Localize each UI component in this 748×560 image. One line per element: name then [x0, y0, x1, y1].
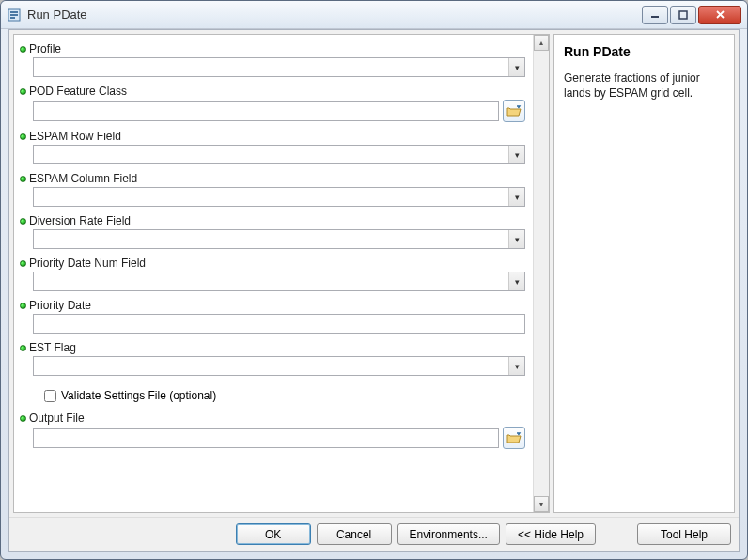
field-priority-date-num: Priority Date Num Field ▾	[20, 255, 525, 295]
folder-open-icon	[506, 431, 522, 444]
required-dot-icon	[20, 88, 26, 95]
dialog-window: Run PDate Profile	[0, 0, 748, 560]
field-est-flag: EST Flag ▾	[20, 339, 525, 380]
chevron-down-icon: ▾	[508, 58, 524, 76]
field-espam-row: ESPAM Row Field ▾	[20, 128, 525, 168]
chevron-down-icon: ▾	[508, 272, 524, 290]
required-dot-icon	[20, 303, 26, 309]
button-bar: OK Cancel Environments... << Hide Help T…	[9, 517, 739, 551]
titlebar[interactable]: Run PDate	[1, 1, 747, 29]
required-dot-icon	[20, 345, 26, 351]
profile-dropdown[interactable]: ▾	[33, 57, 525, 77]
svg-rect-5	[679, 11, 687, 19]
window-title: Run PDate	[27, 8, 640, 22]
parameters-panel: Profile ▾ POD Feature Class	[13, 34, 550, 513]
espam-row-dropdown[interactable]: ▾	[33, 145, 525, 164]
ok-button[interactable]: OK	[236, 523, 311, 545]
maximize-button[interactable]	[670, 6, 696, 24]
parameters-scroll: Profile ▾ POD Feature Class	[14, 35, 533, 512]
window-controls	[640, 6, 741, 24]
svg-rect-3	[10, 17, 15, 19]
label-output-file: Output File	[29, 412, 85, 425]
svg-rect-1	[10, 11, 18, 13]
label-validate-settings: Validate Settings File (optional)	[61, 389, 216, 402]
browse-button-output[interactable]	[503, 427, 525, 449]
label-espam-column: ESPAM Column Field	[29, 172, 137, 185]
chevron-down-icon: ▾	[508, 230, 524, 248]
svg-rect-4	[651, 16, 659, 18]
field-validate-settings: Validate Settings File (optional)	[20, 381, 525, 410]
label-pod-feature-class: POD Feature Class	[29, 85, 127, 98]
scroll-down-icon[interactable]: ▾	[534, 496, 549, 512]
validate-settings-checkbox[interactable]	[44, 390, 56, 402]
field-output-file: Output File	[20, 410, 525, 453]
chevron-down-icon: ▾	[508, 357, 524, 375]
label-priority-date-num: Priority Date Num Field	[29, 257, 146, 270]
chevron-down-icon: ▾	[508, 188, 524, 206]
label-est-flag: EST Flag	[29, 341, 76, 354]
field-profile: Profile ▾	[20, 40, 525, 81]
field-espam-column: ESPAM Column Field ▾	[20, 170, 525, 210]
required-dot-icon	[20, 133, 26, 140]
browse-button-pod[interactable]	[503, 100, 525, 122]
help-body: Generate fractions of junior lands by ES…	[564, 70, 725, 101]
help-title: Run PDate	[564, 44, 725, 59]
field-diversion-rate: Diversion Rate Field ▾	[20, 212, 525, 253]
environments-button[interactable]: Environments...	[397, 523, 500, 545]
label-profile: Profile	[29, 42, 61, 55]
required-dot-icon	[20, 46, 26, 53]
svg-rect-2	[10, 14, 18, 16]
vertical-scrollbar[interactable]: ▴ ▾	[533, 35, 549, 512]
hide-help-button[interactable]: << Hide Help	[506, 523, 596, 545]
required-dot-icon	[20, 260, 26, 267]
scroll-up-icon[interactable]: ▴	[534, 35, 549, 51]
field-priority-date: Priority Date	[20, 297, 525, 337]
cancel-button[interactable]: Cancel	[317, 523, 392, 545]
required-dot-icon	[20, 218, 26, 225]
priority-date-num-dropdown[interactable]: ▾	[33, 272, 525, 291]
chevron-down-icon: ▾	[508, 146, 524, 163]
est-flag-dropdown[interactable]: ▾	[33, 356, 525, 376]
app-icon	[7, 8, 22, 23]
diversion-rate-dropdown[interactable]: ▾	[33, 229, 525, 249]
required-dot-icon	[20, 415, 26, 422]
required-dot-icon	[20, 176, 26, 182]
priority-date-input[interactable]	[33, 314, 525, 334]
field-pod-feature-class: POD Feature Class	[20, 83, 525, 126]
content-row: Profile ▾ POD Feature Class	[9, 30, 739, 517]
output-file-input[interactable]	[33, 428, 499, 448]
minimize-button[interactable]	[642, 6, 668, 24]
tool-help-button[interactable]: Tool Help	[637, 523, 731, 545]
label-priority-date: Priority Date	[29, 299, 91, 312]
folder-open-icon	[506, 104, 522, 117]
pod-feature-class-input[interactable]	[33, 101, 499, 121]
window-body: Profile ▾ POD Feature Class	[8, 29, 740, 552]
label-espam-row: ESPAM Row Field	[29, 130, 121, 143]
close-button[interactable]	[698, 6, 741, 24]
espam-column-dropdown[interactable]: ▾	[33, 187, 525, 207]
label-diversion-rate: Diversion Rate Field	[29, 214, 131, 227]
help-panel: Run PDate Generate fractions of junior l…	[553, 34, 735, 513]
